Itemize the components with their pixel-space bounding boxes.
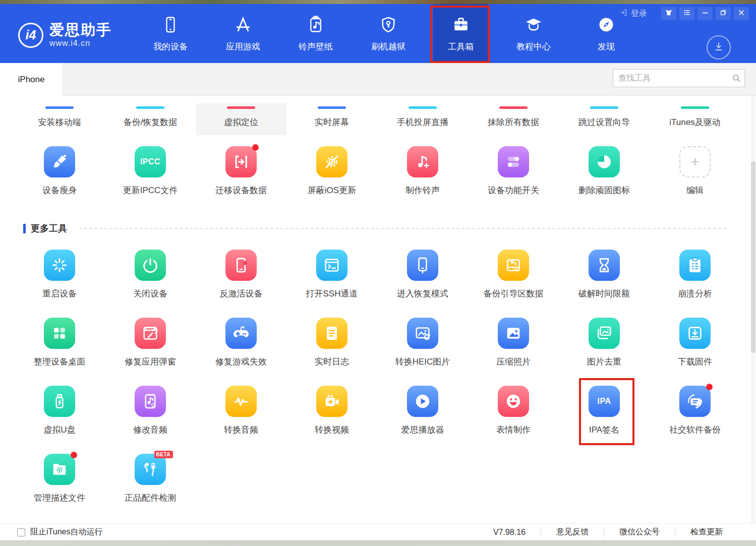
tool-item[interactable]: 爱思播放器 <box>377 386 468 454</box>
nav-my-devices[interactable]: 我的设备 <box>134 4 207 63</box>
tool-item[interactable]: 实时屏幕 <box>286 103 377 135</box>
tool-label: 修复游戏失效 <box>215 356 267 368</box>
tool-item[interactable]: 虚拟U盘 <box>14 386 105 454</box>
tool-item[interactable]: + 编辑 <box>650 146 740 214</box>
scrollbar-track[interactable] <box>751 96 755 523</box>
tool-label: 转换音频 <box>224 424 258 436</box>
menu-icon <box>683 9 691 19</box>
app-title: 爱思助手 <box>49 22 112 37</box>
footer-link[interactable]: 意见反馈 <box>541 527 604 537</box>
tool-item[interactable]: 图片去重 <box>559 318 650 386</box>
menu-button[interactable] <box>679 7 694 20</box>
nav-ringtones-wallpapers[interactable]: 铃声壁纸 <box>279 4 352 63</box>
tool-item[interactable]: 修复游戏失效 <box>196 318 286 386</box>
tool-item[interactable]: BETA 正品配件检测 <box>105 454 196 522</box>
tool-label: 打开SSH通道 <box>306 288 358 299</box>
tool-item[interactable]: 破解时间限额 <box>559 250 650 318</box>
tool-item[interactable]: 跳过设置向导 <box>559 103 650 135</box>
maximize-button[interactable] <box>716 7 731 20</box>
disk-arrow-icon <box>504 256 522 274</box>
nav-flash-jailbreak[interactable]: 刷机越狱 <box>352 4 425 63</box>
login-button[interactable]: 登录 <box>620 9 647 19</box>
tool-label: 反激活设备 <box>220 288 263 299</box>
tool-item[interactable]: 抹除所有数据 <box>468 103 559 135</box>
tool-item[interactable]: 反激活设备 <box>196 250 286 318</box>
tool-item[interactable]: 备份/恢复数据 <box>105 103 196 135</box>
smiley-icon <box>504 392 522 410</box>
tool-label: 压缩照片 <box>496 356 531 368</box>
tool-item[interactable]: 压缩照片 <box>468 318 559 386</box>
folder-gear-icon <box>50 460 69 478</box>
tool-item[interactable]: 转换视频 <box>286 386 377 454</box>
minimize-button[interactable] <box>697 7 713 20</box>
skin-button[interactable] <box>661 7 676 20</box>
tool-item[interactable]: 重启设备 <box>14 250 105 318</box>
phone-recovery-icon <box>414 256 432 274</box>
toggles-icon <box>504 153 522 171</box>
tool-item[interactable]: iTunes及驱动 <box>650 103 740 135</box>
earphones-icon <box>141 460 159 478</box>
tool-item[interactable]: IPCC 更新IPCC文件 <box>105 146 196 214</box>
footer-link[interactable]: 检查更新 <box>675 527 738 537</box>
tool-label: 进入恢复模式 <box>397 288 448 299</box>
clipboard-icon <box>686 256 704 274</box>
play-icon <box>414 392 432 410</box>
plus-icon: + <box>690 154 700 169</box>
tab-iphone[interactable]: iPhone <box>0 63 63 96</box>
tool-item[interactable]: 崩溃分析 <box>650 250 740 318</box>
tool-item[interactable]: 设备功能开关 <box>468 146 559 214</box>
tool-item[interactable]: 社交软件备份 <box>650 386 740 454</box>
nav-label: 教程中心 <box>516 41 551 52</box>
waveform-icon <box>232 392 250 410</box>
scrollbar-thumb[interactable] <box>751 161 755 353</box>
tool-item[interactable]: 设备瘦身 <box>14 146 105 214</box>
search-input[interactable] <box>613 74 728 83</box>
close-button[interactable] <box>734 7 749 20</box>
tool-item[interactable]: 转换HEIC图片 <box>377 318 468 386</box>
block-itunes-checkbox[interactable] <box>17 528 25 536</box>
tool-item[interactable]: 制作铃声 <box>377 146 468 214</box>
download-circle-icon <box>712 40 725 55</box>
tool-item[interactable]: 手机投屏直播 <box>377 103 468 135</box>
tool-item[interactable]: 虚拟定位 <box>196 103 286 135</box>
tool-item[interactable]: 整理设备桌面 <box>14 318 105 386</box>
footer-link[interactable]: 微信公众号 <box>604 527 675 537</box>
nav-toolbox[interactable]: 工具箱 <box>425 4 497 63</box>
tool-item[interactable]: 打开SSH通道 <box>286 250 377 318</box>
download-tasks-button[interactable] <box>707 35 731 59</box>
tool-label: 屏蔽iOS更新 <box>308 185 356 196</box>
tool-label: 备份/恢复数据 <box>124 116 178 128</box>
tool-item[interactable]: 安装移动端 <box>14 103 105 135</box>
toolbox-content: 安装移动端 备份/恢复数据 虚拟定位 实时屏幕 手机投屏直播 抹除所有数据 跳过… <box>0 96 756 523</box>
tool-item[interactable]: 实时日志 <box>286 318 377 386</box>
tool-icon-bottom-edge <box>136 106 164 109</box>
tool-label: 实时日志 <box>315 356 349 368</box>
footer-links: V7.98.16 意见反馈微信公众号检查更新 <box>478 527 738 537</box>
tool-item[interactable]: 修改音频 <box>105 386 196 454</box>
tool-label: 迁移设备数据 <box>215 185 267 196</box>
tool-item[interactable]: 关闭设备 <box>105 250 196 318</box>
tool-label: 删除顽固图标 <box>578 185 630 196</box>
tool-item[interactable]: 修复应用弹窗 <box>105 318 196 386</box>
close-icon <box>737 9 745 19</box>
tool-item[interactable]: 表情制作 <box>468 386 559 454</box>
tool-item[interactable]: 删除顽固图标 <box>559 146 650 214</box>
version-label: V7.98.16 <box>478 528 541 537</box>
tool-item[interactable]: 管理描述文件 <box>14 454 105 522</box>
maximize-icon <box>719 9 727 19</box>
tool-item[interactable]: 下载固件 <box>650 318 740 386</box>
tool-item[interactable]: 进入恢复模式 <box>377 250 468 318</box>
tool-item[interactable]: 备份引导区数据 <box>468 250 559 318</box>
tool-item[interactable]: 转换音频 <box>196 386 286 454</box>
tool-item[interactable]: IPA IPA签名 <box>559 386 650 454</box>
nav-label: 发现 <box>598 41 615 52</box>
power-icon <box>141 256 159 274</box>
tool-item[interactable]: 迁移设备数据 <box>196 146 286 214</box>
nav-app-games[interactable]: 应用游戏 <box>207 4 279 63</box>
nav-tutorial-center[interactable]: 教程中心 <box>497 4 570 63</box>
top-tool-row: 安装移动端 备份/恢复数据 虚拟定位 实时屏幕 手机投屏直播 抹除所有数据 跳过… <box>14 103 740 135</box>
tool-label: 破解时间限额 <box>578 288 630 299</box>
tool-item[interactable]: 屏蔽iOS更新 <box>286 146 377 214</box>
block-itunes-checkbox-row[interactable]: 阻止iTunes自动运行 <box>17 527 102 537</box>
search-icon[interactable] <box>728 73 744 83</box>
